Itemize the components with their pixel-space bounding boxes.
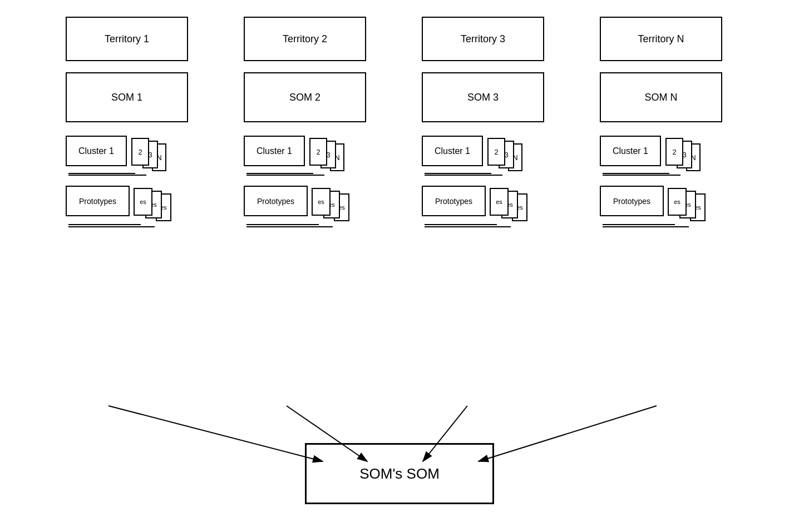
proto-2-p2: es	[312, 188, 331, 216]
proto-col-2: Prototypes es es es	[244, 186, 377, 227]
proto-1-p2: es	[134, 188, 152, 216]
cluster-group-4: Cluster 1 2 3 N	[600, 136, 706, 176]
proto-group-4: Prototypes es es es	[600, 186, 717, 227]
proto-4-main: Prototypes	[600, 186, 664, 216]
cluster-1-bracket	[66, 167, 160, 176]
proto-4-p2: es	[668, 188, 687, 216]
proto-group-3: Prototypes es es es	[422, 186, 539, 227]
cluster-3-main: Cluster 1	[422, 136, 483, 166]
proto-col-1: Prototypes es es es	[66, 186, 199, 227]
proto-row: Prototypes es es es Prototypes	[0, 186, 799, 227]
territory-2-box: Territory 2	[244, 17, 366, 61]
cluster-1-main: Cluster 1	[66, 136, 127, 166]
som-3-label: SOM 3	[467, 92, 499, 103]
cluster-4-bracket	[600, 167, 694, 176]
proto-group-2: Prototypes es es es	[244, 186, 361, 227]
som-3-box: SOM 3	[422, 72, 544, 122]
cluster-3-bracket	[422, 167, 516, 176]
soms-som-box: SOM's SOM	[305, 443, 494, 504]
soms-som-container: SOM's SOM	[305, 443, 494, 504]
cluster-col-4: Cluster 1 2 3 N	[600, 136, 733, 176]
cluster-group-2: Cluster 1 2 3 N	[244, 136, 349, 176]
som-col-3: SOM 3	[422, 72, 555, 122]
proto-1-bracket	[66, 217, 169, 227]
cluster-4-c2: 2	[665, 138, 683, 166]
proto-col-3: Prototypes es es es	[422, 186, 555, 227]
proto-4-bracket	[600, 217, 703, 227]
proto-3-bracket	[422, 217, 525, 227]
proto-1-main: Prototypes	[66, 186, 130, 216]
som-row: SOM 1 SOM 2 SOM 3 SOM N	[0, 72, 799, 122]
som-col-1: SOM 1	[66, 72, 199, 122]
territory-1-box: Territory 1	[66, 17, 188, 61]
cluster-2-main: Cluster 1	[244, 136, 305, 166]
svg-line-4	[479, 406, 657, 461]
column-4: Territory N	[600, 17, 733, 61]
territory-3-label: Territory 3	[461, 33, 505, 45]
cluster-col-1: Cluster 1 2 3 N	[66, 136, 199, 176]
som-n-box: SOM N	[600, 72, 722, 122]
cluster-3-c2: 2	[487, 138, 505, 166]
territory-row: Territory 1 Territory 2 Territory 3 Terr…	[0, 17, 799, 61]
cluster-col-3: Cluster 1 2 3 N	[422, 136, 555, 176]
cluster-2-bracket	[244, 167, 338, 176]
cluster-group-1: Cluster 1 2 3 N	[66, 136, 171, 176]
territory-2-label: Territory 2	[283, 33, 327, 45]
som-1-label: SOM 1	[111, 92, 142, 103]
column-2: Territory 2	[244, 17, 377, 61]
territory-3-box: Territory 3	[422, 17, 544, 61]
cluster-2-c2: 2	[309, 138, 327, 166]
column-1: Territory 1	[66, 17, 199, 61]
territory-n-label: Territory N	[638, 33, 684, 45]
column-3: Territory 3	[422, 17, 555, 61]
soms-som-label: SOM's SOM	[359, 465, 440, 483]
proto-group-1: Prototypes es es es	[66, 186, 183, 227]
som-n-label: SOM N	[644, 92, 677, 103]
som-2-label: SOM 2	[289, 92, 320, 103]
proto-col-4: Prototypes es es es	[600, 186, 733, 227]
som-1-box: SOM 1	[66, 72, 188, 122]
proto-3-main: Prototypes	[422, 186, 486, 216]
territory-1-label: Territory 1	[105, 33, 149, 45]
som-col-2: SOM 2	[244, 72, 377, 122]
territory-n-box: Territory N	[600, 17, 722, 61]
svg-line-1	[108, 406, 323, 461]
som-2-box: SOM 2	[244, 72, 366, 122]
cluster-row: Cluster 1 2 3 N Cluster 1 2	[0, 136, 799, 176]
proto-3-p2: es	[490, 188, 509, 216]
cluster-group-3: Cluster 1 2 3 N	[422, 136, 527, 176]
proto-2-bracket	[244, 217, 347, 227]
cluster-4-main: Cluster 1	[600, 136, 661, 166]
som-col-4: SOM N	[600, 72, 733, 122]
cluster-1-c2: 2	[131, 138, 149, 166]
proto-2-main: Prototypes	[244, 186, 308, 216]
diagram: Territory 1 Territory 2 Territory 3 Terr…	[0, 0, 799, 532]
cluster-col-2: Cluster 1 2 3 N	[244, 136, 377, 176]
